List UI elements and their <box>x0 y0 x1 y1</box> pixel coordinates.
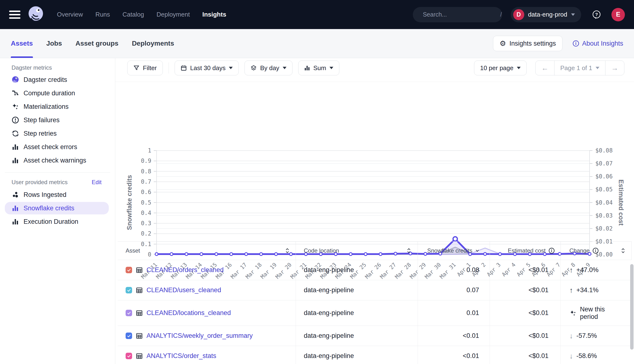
sidebar-item-step-retries[interactable]: Step retries <box>0 127 115 140</box>
sidebar-item-asset-check-errors[interactable]: Asset check errors <box>0 140 115 154</box>
asset-link[interactable]: CLEANED/orders_cleaned <box>146 266 224 274</box>
table-row: CLEANED/users_cleaned data-eng-pipeline … <box>118 280 632 300</box>
code-location-cell: data-eng-pipeline <box>296 280 418 300</box>
column-header-code-location[interactable]: Code location <box>296 242 418 260</box>
sort-icon[interactable] <box>407 248 411 254</box>
page-indicator[interactable]: Page 1 of 1 <box>554 61 605 75</box>
org-switcher[interactable]: D data-eng-prod <box>511 7 581 22</box>
alert-circle-icon <box>11 116 20 124</box>
date-range-button[interactable]: Last 30 days <box>174 60 239 76</box>
search-shortcut-hint: / <box>500 11 502 18</box>
arrow-down-icon: ↓ <box>570 352 573 360</box>
column-header-change[interactable]: Change <box>561 242 632 260</box>
sidebar-item-materializations[interactable]: Materializations <box>0 100 115 113</box>
row-checkbox[interactable] <box>126 332 132 339</box>
chevron-down-icon <box>229 67 233 69</box>
tab-asset-groups[interactable]: Asset groups <box>76 29 118 58</box>
cost-cell: <$0.01 <box>490 260 561 280</box>
row-checkbox[interactable] <box>126 287 132 294</box>
pager: ← Page 1 of 1 → <box>535 60 624 76</box>
tabs: Assets Jobs Asset groups Deployments <box>11 29 174 58</box>
sort-desc-icon[interactable] <box>475 249 479 252</box>
dagster-credits-icon <box>11 76 20 84</box>
svg-text:0.8: 0.8 <box>141 168 151 175</box>
arrow-left-icon: ← <box>541 64 548 72</box>
dagster-logo-icon[interactable] <box>27 6 45 24</box>
code-location-cell: data-eng-pipeline <box>296 326 418 346</box>
sidebar-item-rows-ingested[interactable]: Rows Ingested <box>0 188 115 202</box>
svg-text:$0.07: $0.07 <box>595 160 613 167</box>
sort-icon[interactable] <box>285 248 290 254</box>
asset-link[interactable]: CLEANED/locations_cleaned <box>146 309 231 317</box>
search-box[interactable]: / <box>413 7 502 22</box>
tab-jobs[interactable]: Jobs <box>46 29 62 58</box>
edit-metrics-link[interactable]: Edit <box>92 179 102 186</box>
per-page-button[interactable]: 10 per page <box>474 60 527 76</box>
nav-item-overview[interactable]: Overview <box>57 11 83 18</box>
nav-item-catalog[interactable]: Catalog <box>122 11 144 18</box>
sidebar-item-label: Materializations <box>24 103 69 110</box>
info-icon[interactable] <box>548 248 555 254</box>
change-cell: ↑ +34.1% <box>561 280 632 300</box>
org-name: data-eng-prod <box>528 11 567 18</box>
sidebar-item-dagster-credits[interactable]: Dagster credits <box>0 73 115 86</box>
nav-item-deployment[interactable]: Deployment <box>156 11 190 18</box>
group-by-button[interactable]: By day <box>244 60 292 76</box>
sidebar-item-label: Asset check warnings <box>24 157 86 164</box>
scrollbar-thumb[interactable] <box>630 264 634 350</box>
asset-link[interactable]: ANALYTICS/weekly_order_summary <box>146 332 253 340</box>
info-icon <box>572 40 579 47</box>
insights-settings-button[interactable]: ⚙ Insights settings <box>493 36 562 51</box>
table-asset-icon <box>136 287 143 294</box>
nav-item-insights[interactable]: Insights <box>202 11 226 18</box>
sidebar-item-compute-duration[interactable]: Compute duration <box>0 86 115 100</box>
nav-item-runs[interactable]: Runs <box>95 11 110 18</box>
table-asset-icon <box>136 310 143 317</box>
sidebar-item-snowflake-credits[interactable]: Snowflake credits <box>5 202 109 214</box>
row-checkbox[interactable] <box>126 267 132 273</box>
filter-button[interactable]: Filter <box>127 60 163 76</box>
tab-assets[interactable]: Assets <box>11 29 33 58</box>
asset-link[interactable]: ANALYTICS/order_stats <box>146 352 216 360</box>
sparkles-icon <box>570 310 576 317</box>
about-insights-link[interactable]: About Insights <box>572 40 623 47</box>
section-divider <box>115 82 634 82</box>
arrow-up-icon: ↑ <box>570 286 573 294</box>
sidebar-item-execution-duration[interactable]: Execution Duration <box>0 215 115 228</box>
column-header-snowflake-credits[interactable]: Snowflake credits <box>418 242 490 260</box>
sidebar-item-label: Rows Ingested <box>24 191 66 198</box>
top-nav: Overview Runs Catalog Deployment Insight… <box>0 0 634 29</box>
help-icon[interactable]: ? <box>591 9 602 20</box>
sidebar-item-label: Execution Duration <box>24 218 78 226</box>
arrow-right-icon: → <box>611 64 618 72</box>
table-row: ANALYTICS/weekly_order_summary data-eng-… <box>118 326 632 346</box>
nav-right: / D data-eng-prod ? E <box>413 7 625 22</box>
prev-page-button[interactable]: ← <box>536 61 554 75</box>
column-header-asset[interactable]: Asset <box>118 242 296 260</box>
next-page-button[interactable]: → <box>605 61 624 75</box>
dots-cluster-icon <box>11 191 20 198</box>
menu-icon[interactable] <box>9 10 20 19</box>
info-icon[interactable] <box>592 248 599 254</box>
row-checkbox[interactable] <box>126 310 132 316</box>
sidebar-item-step-failures[interactable]: Step failures <box>0 113 115 127</box>
user-metrics-heading: User provided metrics <box>12 179 68 186</box>
code-location-cell: data-eng-pipeline <box>296 300 418 326</box>
change-cell: New this period <box>561 300 632 326</box>
cost-cell: <$0.01 <box>490 326 561 346</box>
sort-icon[interactable] <box>621 248 625 254</box>
column-header-estimated-cost[interactable]: Estimated cost <box>490 242 561 260</box>
credits-cell: 0.01 <box>418 300 490 326</box>
arrow-down-icon: ↓ <box>570 332 573 340</box>
user-avatar[interactable]: E <box>612 8 625 21</box>
steps-duration-icon <box>11 90 20 97</box>
tab-deployments[interactable]: Deployments <box>132 29 174 58</box>
asset-link[interactable]: CLEANED/users_cleaned <box>146 286 221 294</box>
aggregation-button[interactable]: Sum <box>298 60 339 76</box>
calendar-icon <box>180 65 187 71</box>
assets-table: Asset Code location Snowflake credits Es… <box>118 241 632 364</box>
sidebar-item-asset-check-warnings[interactable]: Asset check warnings <box>0 154 115 167</box>
svg-text:$0.08: $0.08 <box>595 147 613 154</box>
row-checkbox[interactable] <box>126 353 132 359</box>
search-input[interactable] <box>423 11 500 18</box>
